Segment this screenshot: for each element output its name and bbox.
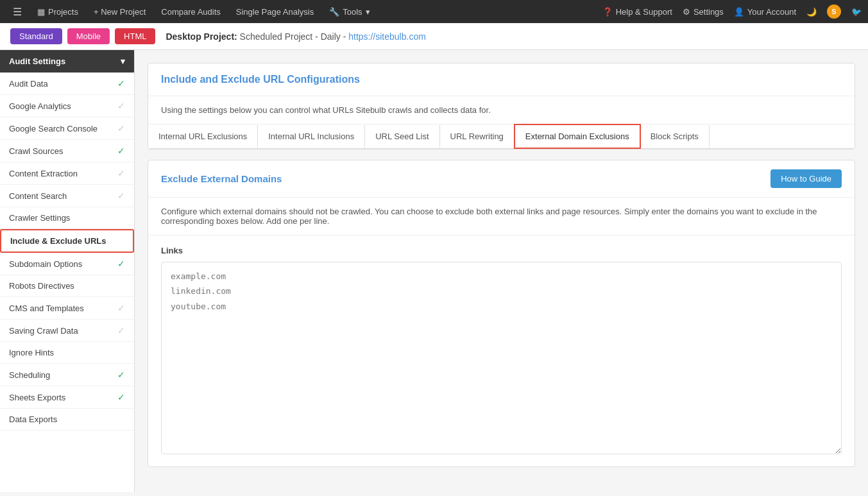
twitter-link[interactable]: 🐦 (851, 7, 862, 17)
section-desc: Configure which external domains should … (148, 198, 855, 235)
sidebar-item-include-exclude-urls[interactable]: Include & Exclude URLs (0, 229, 134, 253)
check-icon: ✓ (117, 370, 125, 380)
config-card: Include and Exclude URL Configurations U… (148, 63, 855, 150)
projects-button[interactable]: ▦ Projects (31, 3, 85, 21)
project-title: Desktop Project: Scheduled Project - Dai… (166, 31, 425, 42)
links-textarea[interactable] (161, 262, 842, 454)
moon-icon: 🌙 (806, 7, 817, 17)
sidebar-item-content-search[interactable]: Content Search ✓ (0, 185, 134, 207)
chevron-down-icon: ▾ (121, 56, 125, 66)
tab-url-seed-list[interactable]: URL Seed List (365, 125, 439, 148)
sidebar-item-crawl-sources[interactable]: Crawl Sources ✓ (0, 140, 134, 162)
tab-block-scripts[interactable]: Block Scripts (640, 125, 710, 148)
config-card-header: Include and Exclude URL Configurations (148, 64, 855, 96)
links-section: Links (148, 235, 855, 466)
check-icon: ✓ (117, 101, 125, 111)
sidebar-item-google-analytics[interactable]: Google Analytics ✓ (0, 95, 134, 117)
project-tabs-bar: Standard Mobile HTML Desktop Project: Sc… (0, 23, 868, 50)
user-icon: 👤 (734, 7, 744, 17)
chevron-down-icon: ▾ (366, 7, 370, 17)
top-nav: ☰ ▦ Projects + New Project Compare Audit… (0, 0, 868, 23)
section-header: Exclude External Domains How to Guide (148, 160, 855, 198)
tools-button[interactable]: 🔧 Tools ▾ (323, 3, 376, 21)
wrench-icon: 🔧 (329, 7, 339, 17)
gear-icon: ⚙ (683, 7, 690, 17)
dark-mode-toggle[interactable]: 🌙 (806, 7, 817, 17)
sidebar-item-subdomain-options[interactable]: Subdomain Options ✓ (0, 253, 134, 275)
sidebar-item-google-search-console[interactable]: Google Search Console ✓ (0, 117, 134, 140)
tab-internal-exclusions[interactable]: Internal URL Exclusions (148, 125, 258, 148)
sidebar-item-sheets-exports[interactable]: Sheets Exports ✓ (0, 386, 134, 409)
check-icon: ✓ (117, 168, 125, 178)
tab-url-rewriting[interactable]: URL Rewriting (440, 125, 515, 148)
compare-audits-button[interactable]: Compare Audits (155, 3, 227, 21)
sidebar-item-crawler-settings[interactable]: Crawler Settings (0, 207, 134, 229)
sidebar-item-content-extraction[interactable]: Content Extraction ✓ (0, 162, 134, 185)
avatar[interactable]: S (827, 4, 841, 19)
check-icon: ✓ (117, 191, 125, 201)
hamburger-icon: ☰ (13, 6, 22, 17)
check-icon: ✓ (117, 259, 125, 269)
tab-mobile[interactable]: Mobile (67, 28, 110, 44)
check-icon: ✓ (117, 325, 125, 336)
config-card-desc: Using the settings below you can control… (148, 96, 855, 124)
check-icon: ✓ (117, 123, 125, 133)
account-link[interactable]: 👤 Your Account (734, 7, 796, 17)
url-tabs-row: Internal URL Exclusions Internal URL Inc… (148, 124, 855, 149)
content-area: Include and Exclude URL Configurations U… (135, 50, 868, 492)
exclude-external-domains-card: Exclude External Domains How to Guide Co… (148, 160, 855, 467)
check-icon: ✓ (117, 146, 125, 156)
main-layout: Audit Settings ▾ Audit Data ✓ Google Ana… (0, 50, 868, 492)
twitter-icon: 🐦 (851, 7, 862, 17)
new-project-button[interactable]: + New Project (87, 3, 152, 21)
sidebar-item-data-exports[interactable]: Data Exports (0, 409, 134, 431)
tab-external-domain-exclusions[interactable]: External Domain Exclusions (514, 124, 641, 149)
sidebar-item-scheduling[interactable]: Scheduling ✓ (0, 364, 134, 386)
settings-link[interactable]: ⚙ Settings (683, 7, 724, 17)
sidebar-item-audit-data[interactable]: Audit Data ✓ (0, 73, 134, 95)
tab-internal-inclusions[interactable]: Internal URL Inclusions (258, 125, 365, 148)
check-icon: ✓ (117, 392, 125, 402)
question-icon: ❓ (602, 7, 613, 17)
sidebar: Audit Settings ▾ Audit Data ✓ Google Ana… (0, 50, 135, 492)
sidebar-item-robots-directives[interactable]: Robots Directives (0, 275, 134, 297)
sidebar-item-saving-crawl-data[interactable]: Saving Crawl Data ✓ (0, 320, 134, 342)
sidebar-header[interactable]: Audit Settings ▾ (0, 50, 134, 73)
grid-icon: ▦ (37, 7, 45, 17)
links-label: Links (161, 246, 842, 255)
tab-standard[interactable]: Standard (10, 28, 62, 44)
single-page-button[interactable]: Single Page Analysis (230, 3, 320, 21)
tab-html[interactable]: HTML (115, 28, 155, 44)
project-url-link[interactable]: https://sitebulb.com (348, 31, 426, 42)
check-icon: ✓ (117, 303, 125, 313)
section-title: Exclude External Domains (161, 173, 282, 184)
how-to-guide-button[interactable]: How to Guide (770, 169, 842, 188)
hamburger-button[interactable]: ☰ (6, 2, 28, 22)
help-support-link[interactable]: ❓ Help & Support (602, 7, 672, 17)
check-icon: ✓ (117, 78, 125, 89)
sidebar-item-ignore-hints[interactable]: Ignore Hints (0, 342, 134, 364)
sidebar-item-cms-templates[interactable]: CMS and Templates ✓ (0, 297, 134, 320)
config-card-title: Include and Exclude URL Configurations (161, 74, 842, 85)
